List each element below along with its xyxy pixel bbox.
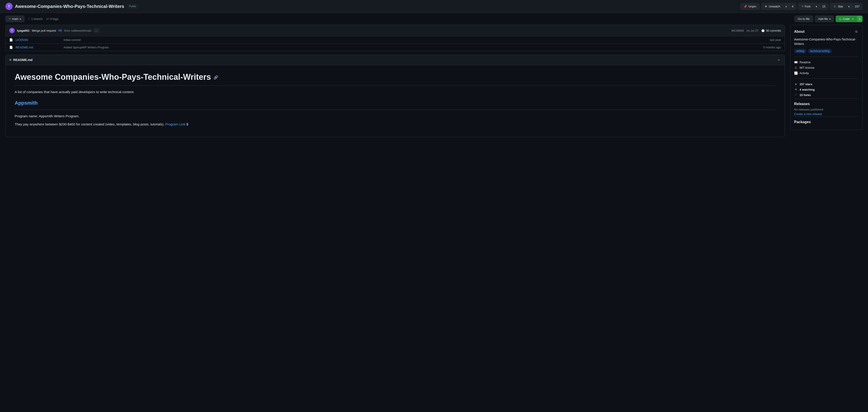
unwatch-group: Unwatch 4 xyxy=(761,3,796,10)
branch-icon xyxy=(28,17,30,21)
unpin-button[interactable]: Unpin xyxy=(740,3,760,10)
table-row: LICENSE Initial commit last year xyxy=(6,36,784,43)
unwatch-chevron[interactable] xyxy=(783,3,789,10)
file-commit-readme: Added SpinupWP Writers Program xyxy=(64,46,761,49)
visibility-badge: Public xyxy=(126,4,139,8)
commit-pr-link[interactable]: #6 xyxy=(58,29,62,32)
sidebar-license-link[interactable]: MIT license xyxy=(794,65,859,70)
list-icon xyxy=(9,58,11,62)
readme-body: Awesome Companies-Who-Pays-Technical-Wri… xyxy=(6,65,784,137)
book-icon xyxy=(794,60,798,64)
readme-section-divider xyxy=(15,109,776,110)
sidebar-readme-link[interactable]: Readme xyxy=(794,59,859,65)
commit-hash[interactable]: b63d666 xyxy=(732,29,744,32)
commit-from: from cailliewest/main xyxy=(64,29,92,32)
packages-section: Packages xyxy=(794,117,859,124)
about-title: About xyxy=(794,30,804,34)
readme-title: Awesome Companies-Who-Pays-Technical-Wri… xyxy=(15,72,776,82)
tag-technical-writing[interactable]: technical-writing xyxy=(808,49,832,53)
dot-indicator xyxy=(852,18,854,20)
fork-count[interactable]: 15 xyxy=(819,3,828,10)
branch-count-link[interactable]: 1 branch xyxy=(28,17,43,21)
star-button[interactable]: Star xyxy=(830,3,846,10)
code-button[interactable]: Code xyxy=(836,15,857,22)
unwatch-count[interactable]: 4 xyxy=(789,3,796,10)
code-icon xyxy=(839,17,841,21)
readme-filename: README.md xyxy=(13,58,33,62)
gear-icon xyxy=(855,30,858,33)
readme-edit-button[interactable] xyxy=(777,57,781,63)
commit-author[interactable]: tyaga001 xyxy=(17,29,30,32)
go-to-file-button[interactable]: Go to file xyxy=(795,15,813,22)
chevron-down-icon xyxy=(859,17,861,21)
commit-date: on Jul 27 xyxy=(747,29,758,32)
branch-bar-left: main 1 branch 0 tags xyxy=(5,15,58,22)
tag-count-link[interactable]: 0 tags xyxy=(46,17,58,21)
star-icon xyxy=(833,4,836,8)
commit-row: T tyaga001 Merge pull request #6 from ca… xyxy=(5,25,785,36)
file-table: LICENSE Initial commit last year README.… xyxy=(5,36,785,51)
readme-pay-info: They pay anywhere between $200-$400 for … xyxy=(15,122,776,127)
file-area: T tyaga001 Merge pull request #6 from ca… xyxy=(5,25,785,137)
pin-icon xyxy=(744,5,747,8)
about-settings-button[interactable] xyxy=(854,29,859,35)
readme-header-left: README.md xyxy=(9,58,33,62)
code-group: Code xyxy=(836,15,863,22)
star-group: Star 157 xyxy=(830,3,863,10)
branch-selector[interactable]: main xyxy=(5,15,24,22)
fork-chevron[interactable] xyxy=(814,3,819,10)
fork-icon xyxy=(802,4,803,8)
readme-title-anchor[interactable] xyxy=(214,74,218,80)
clock-icon xyxy=(761,29,765,32)
code-chevron[interactable] xyxy=(857,15,863,22)
forks-icon xyxy=(794,93,798,97)
chevron-down-icon xyxy=(848,5,850,8)
file-time-readme: 5 months ago xyxy=(763,46,781,49)
no-releases-text: No releases published xyxy=(794,108,859,111)
chevron-down-icon xyxy=(20,17,21,21)
commits-count[interactable]: 30 commits xyxy=(761,29,781,32)
file-time-license: last year xyxy=(770,38,781,41)
star-chevron[interactable] xyxy=(846,3,852,10)
watchers-icon xyxy=(794,88,798,91)
forks-stat: 15 forks xyxy=(794,92,859,98)
repo-actions: Unpin Unwatch 4 Fork 15 xyxy=(740,3,863,10)
readme-program-link[interactable]: Program Link xyxy=(165,122,185,126)
sidebar-activity-link[interactable]: Activity xyxy=(794,70,859,76)
fork-group: Fork 15 xyxy=(798,3,828,10)
commit-avatar: T xyxy=(9,28,15,33)
repo-name: Awesome-Companies-Who-Pays-Technical-Wri… xyxy=(15,4,124,9)
file-name-license[interactable]: LICENSE xyxy=(16,38,61,41)
commit-dots[interactable]: ... xyxy=(94,29,99,33)
file-name-readme[interactable]: README.md xyxy=(16,46,61,49)
readme-section-heading[interactable]: Appsmith xyxy=(15,100,776,106)
star-count[interactable]: 157 xyxy=(852,3,863,10)
readme-header: README.md xyxy=(6,55,784,65)
branch-bar: main 1 branch 0 tags Go to file Add file… xyxy=(0,13,868,25)
add-file-group: Add file xyxy=(815,15,834,22)
main-content: T tyaga001 Merge pull request #6 from ca… xyxy=(0,25,868,142)
scale-icon xyxy=(794,66,798,69)
about-repo-name: Awesome-Companies-Who-Pays-Technical-Wri… xyxy=(794,37,859,46)
commit-message: Merge pull request xyxy=(32,29,56,32)
create-release-link[interactable]: Create a new release xyxy=(794,112,822,116)
unpin-group: Unpin xyxy=(740,3,760,10)
unwatch-button[interactable]: Unwatch xyxy=(761,3,783,10)
tag-writing[interactable]: writing xyxy=(794,49,807,53)
file-commit-license: Initial commit xyxy=(64,38,767,41)
readme-description: A list of companies that have actually p… xyxy=(15,89,776,95)
about-section: About Awesome-Companies-Who-Pays-Technic… xyxy=(790,25,863,130)
repo-header: T Awesome-Companies-Who-Pays-Technical-W… xyxy=(0,0,868,13)
chevron-down-icon xyxy=(816,5,817,8)
add-file-button[interactable]: Add file xyxy=(815,15,834,22)
tag-icon xyxy=(46,17,49,21)
commit-left: T tyaga001 Merge pull request #6 from ca… xyxy=(9,28,99,33)
pulse-icon xyxy=(794,71,798,75)
commit-right: b63d666 on Jul 27 30 commits xyxy=(732,29,781,32)
branch-bar-right: Go to file Add file Code xyxy=(795,15,863,22)
packages-title: Packages xyxy=(794,120,859,124)
watchers-stat: 4 watching xyxy=(794,87,859,92)
fork-button[interactable]: Fork xyxy=(798,3,814,10)
eye-icon xyxy=(765,5,767,8)
tags-row: writing technical-writing xyxy=(794,49,859,53)
